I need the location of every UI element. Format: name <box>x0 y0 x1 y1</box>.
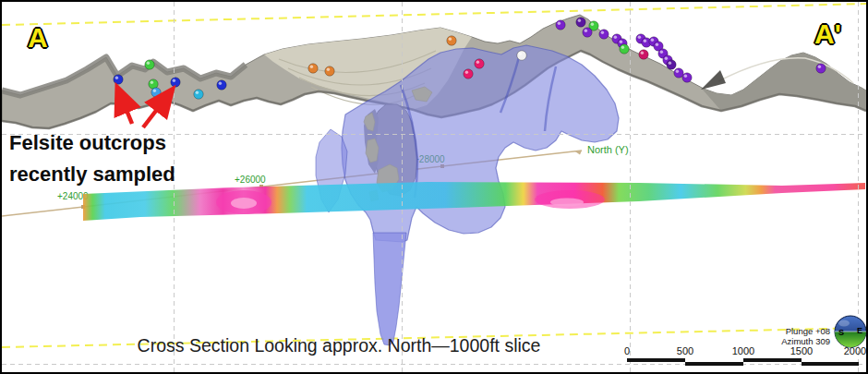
scale-label-500: 500 <box>677 345 693 356</box>
sample-point[interactable] <box>464 69 473 78</box>
sample-point[interactable] <box>583 28 592 37</box>
sample-point[interactable] <box>576 18 585 27</box>
plunge-value: Plunge +08 <box>753 326 830 336</box>
sample-point[interactable] <box>325 66 334 76</box>
sample-point[interactable] <box>517 51 526 60</box>
sample-point[interactable] <box>114 75 123 84</box>
sample-point[interactable] <box>217 80 226 90</box>
scale-bar: 0 500 1000 1500 2000 <box>624 345 866 366</box>
cross-section-viewport[interactable]: +24000 +26000 +28000 North (Y) <box>0 0 868 374</box>
felsite-annotation-line2: recently sampled <box>9 159 175 190</box>
sample-point[interactable] <box>682 73 692 82</box>
sample-point[interactable] <box>639 50 648 59</box>
felsite-annotation-line1: Felsite outcrops <box>9 127 175 159</box>
orientation-globe-icon[interactable]: S E <box>835 316 866 347</box>
globe-letter-e: E <box>857 326 862 335</box>
section-label-a-prime: A' <box>814 18 841 50</box>
view-orientation-info: Plunge +08 Azimuth 309 <box>753 326 830 347</box>
globe-letter-s: S <box>838 328 844 337</box>
sample-point[interactable] <box>145 60 154 69</box>
sample-point[interactable] <box>194 90 203 99</box>
section-label-a: A <box>28 22 48 54</box>
sample-point[interactable] <box>447 36 456 45</box>
felsite-annotation: Felsite outcrops recently sampled <box>9 127 175 190</box>
sample-point[interactable] <box>308 64 318 73</box>
sample-point[interactable] <box>151 88 161 97</box>
scale-label-0: 0 <box>624 345 630 356</box>
sample-point[interactable] <box>475 59 484 68</box>
sample-point[interactable] <box>816 64 826 73</box>
sample-point[interactable] <box>667 60 676 69</box>
scale-label-1000: 1000 <box>732 345 754 356</box>
sample-point[interactable] <box>556 20 565 30</box>
sample-point[interactable] <box>620 44 629 54</box>
figure-caption: Cross Section Looking approx. North—1000… <box>131 335 547 356</box>
felsite-tail <box>373 233 406 345</box>
sample-point[interactable] <box>599 30 609 39</box>
sample-point[interactable] <box>171 78 180 87</box>
scale-label-1500: 1500 <box>790 345 813 356</box>
axis-tick-26000: +26000 <box>235 175 266 185</box>
azimuth-value: Azimuth 309 <box>753 336 830 346</box>
axis-name-label: North (Y) <box>587 144 629 155</box>
